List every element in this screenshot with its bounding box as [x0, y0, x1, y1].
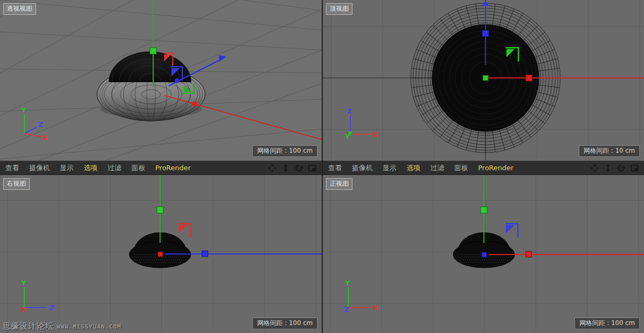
- rotate-icon[interactable]: [295, 164, 303, 172]
- axis-label-z: Z: [38, 120, 43, 128]
- menu-item-4[interactable]: 选项: [84, 163, 98, 173]
- menu-item-3[interactable]: 显示: [60, 163, 74, 173]
- axis-label-y: Y: [21, 106, 27, 114]
- viewport-toggle-icon[interactable]: [308, 164, 316, 172]
- axis-handle-z-knob[interactable]: [202, 251, 208, 257]
- axis-label-z: Z: [347, 107, 352, 115]
- viewport-top[interactable]: Z Y X 顶视图 网格间距 : 10 cm: [323, 0, 644, 161]
- menu-item-6[interactable]: 面板: [454, 163, 468, 173]
- rotate-icon[interactable]: [617, 164, 625, 172]
- viewport-label-perspective: 透视视图: [3, 3, 36, 15]
- menu-icons: [590, 164, 639, 172]
- axis-label-y: Y: [345, 133, 350, 141]
- axis-handle-y-knob[interactable]: [150, 48, 156, 54]
- menu-items: 查看摄像机显示选项过滤面板ProRender: [5, 163, 191, 173]
- axis-handle-z-knob[interactable]: [482, 30, 489, 37]
- menu-item-2[interactable]: 摄像机: [29, 163, 50, 173]
- axis-label-x: X: [373, 130, 378, 138]
- menu-item-2[interactable]: 摄像机: [352, 163, 373, 173]
- axis-handle-z-knob[interactable]: [175, 78, 180, 83]
- axis-label-x: X: [373, 304, 378, 312]
- axis-handle-y-knob[interactable]: [157, 207, 163, 213]
- watermark-site-url: WWW.MISSYUAN.COM: [57, 323, 121, 330]
- axis-handle-x-knob[interactable]: [158, 252, 163, 257]
- menu-item-4[interactable]: 选项: [407, 163, 420, 173]
- menu-item-1[interactable]: 查看: [5, 163, 19, 173]
- watermark-site-name: 思缘设计论坛: [3, 321, 54, 331]
- viewport-label-front: 正视图: [326, 178, 352, 190]
- viewport-right[interactable]: Y X Z 右视图 网格间距 : 100 cm: [0, 175, 322, 333]
- watermark: 思缘设计论坛WWW.MISSYUAN.COM: [3, 321, 121, 331]
- axis-handle-z-knob[interactable]: [482, 252, 487, 257]
- viewport-menubar-left: 查看摄像机显示选项过滤面板ProRender: [0, 161, 322, 175]
- axis-label-y: Y: [345, 279, 350, 287]
- menu-item-7[interactable]: ProRender: [478, 164, 514, 172]
- viewport-menubar-right: 查看摄像机显示选项过滤面板ProRender: [323, 161, 644, 175]
- menu-item-6[interactable]: 面板: [131, 163, 145, 173]
- axis-label-z: Z: [49, 304, 54, 312]
- grid-spacing-right: 网格间距 : 100 cm: [252, 318, 317, 329]
- axis-label-z: Z: [344, 305, 349, 313]
- menu-item-3[interactable]: 显示: [383, 163, 396, 173]
- menu-items: 查看摄像机显示选项过滤面板ProRender: [328, 163, 514, 173]
- axis-handle-x-knob[interactable]: [526, 75, 532, 81]
- zoom-icon[interactable]: [604, 164, 612, 172]
- zoom-icon[interactable]: [281, 164, 290, 172]
- menu-icons: [268, 164, 316, 172]
- axis-label-x: X: [42, 134, 48, 142]
- menu-item-7[interactable]: ProRender: [155, 164, 191, 172]
- viewport-front[interactable]: Y Z X 正视图 网格间距 : 100 cm: [323, 175, 644, 333]
- viewport-toggle-icon[interactable]: [630, 164, 639, 172]
- axis-handle-y-knob[interactable]: [483, 75, 488, 81]
- menu-item-5[interactable]: 过滤: [430, 163, 444, 173]
- menu-item-5[interactable]: 过滤: [108, 163, 121, 173]
- axis-label-y: Y: [21, 279, 27, 287]
- viewport-perspective[interactable]: Y Z X 透视视图 网格间距 : 100 cm: [0, 0, 322, 161]
- grid-spacing-perspective: 网格间距 : 100 cm: [252, 145, 317, 157]
- menu-item-1[interactable]: 查看: [328, 163, 342, 173]
- axis-handle-y-knob[interactable]: [481, 207, 487, 213]
- app-window: Y Z X 透视视图 网格间距 : 100 cm: [0, 0, 644, 333]
- move-icon[interactable]: [590, 164, 599, 172]
- axis-label-x: X: [21, 305, 27, 313]
- axis-handle-x-knob[interactable]: [526, 251, 532, 257]
- move-icon[interactable]: [268, 164, 277, 172]
- grid-spacing-front: 网格间距 : 100 cm: [575, 318, 640, 329]
- axis-handle-x-knob[interactable]: [192, 101, 197, 107]
- viewport-label-top: 顶视图: [326, 3, 352, 15]
- viewport-label-right: 右视图: [3, 178, 30, 190]
- grid-spacing-top: 网格间距 : 10 cm: [579, 145, 640, 157]
